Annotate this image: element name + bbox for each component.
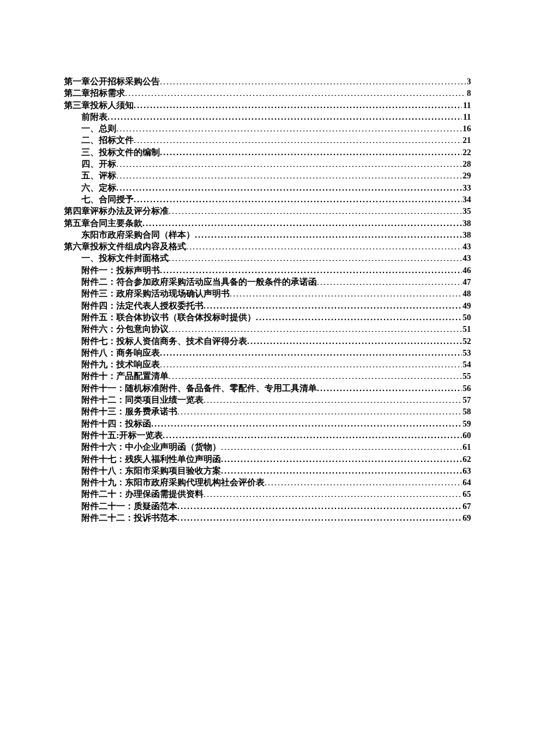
toc-entry: 附件二十二：投诉书范本69 (64, 512, 471, 524)
toc-entry-label: 四、开标 (81, 158, 116, 170)
toc-entry: 第四章评标办法及评分标准35 (64, 205, 471, 217)
toc-entry-label: 附件六：分包意向协议 (81, 323, 169, 335)
toc-entry: 附件六：分包意向协议51 (64, 323, 471, 335)
toc-entry-label: 第三章投标人须知 (64, 99, 134, 111)
toc-entry-label: 东阳市政府采购合同（样本） (81, 229, 195, 241)
toc-leader-dots (125, 88, 466, 96)
toc-entry-label: 三、投标文件的编制 (81, 146, 160, 158)
toc-leader-dots (195, 229, 462, 238)
toc-entry-page: 51 (462, 323, 472, 335)
toc-entry-page: 34 (462, 194, 472, 205)
toc-entry: 附件二：符合参加政府采购活动应当具备的一般条件的承诺函47 (64, 276, 471, 288)
toc-entry: 附件八：商务响应表53 (64, 347, 471, 359)
toc-entry-label: 五、评标 (81, 170, 116, 181)
toc-entry-label: 六、定标 (81, 182, 116, 194)
toc-leader-dots (204, 395, 462, 403)
toc-leader-dots (221, 442, 462, 450)
toc-entry-page: 21 (462, 134, 472, 146)
toc-entry-label: 附件十：产品配置清单 (81, 370, 169, 382)
toc-entry-page: 64 (462, 476, 472, 488)
toc-entry-page: 11 (462, 111, 471, 123)
toc-entry-label: 附件十三：服务费承诺书 (81, 406, 177, 417)
toc-leader-dots (116, 159, 462, 167)
toc-entry: 附件十一：随机标准附件、备品备件、零配件、专用工具清单56 (64, 382, 471, 394)
toc-entry-label: 附件七：投标人资信商务、技术自评得分表 (81, 335, 247, 347)
toc-entry: 三、投标文件的编制22 (64, 146, 471, 158)
toc-leader-dots (160, 264, 462, 273)
toc-entry-page: 48 (462, 288, 472, 299)
toc-leader-dots (134, 135, 462, 144)
toc-entry-page: 67 (462, 500, 472, 512)
table-of-contents: 第一章公开招标采购公告3第二章招标需求8第三章投标人须知11前附表11一、总则1… (64, 76, 471, 524)
toc-entry-page: 53 (462, 347, 472, 359)
toc-entry-page: 63 (462, 465, 472, 476)
toc-entry-page: 3 (466, 76, 471, 87)
toc-leader-dots (160, 359, 462, 368)
toc-leader-dots (204, 489, 462, 497)
toc-entry: 附件十四：投标函59 (64, 418, 471, 429)
toc-leader-dots (169, 253, 462, 261)
toc-leader-dots (317, 277, 462, 285)
toc-entry-label: 附件二十：办理保函需提供资料 (81, 488, 204, 500)
toc-entry-label: 七、合同授予 (81, 194, 134, 205)
toc-leader-dots (221, 453, 462, 462)
toc-entry: 一、投标文件封面格式43 (64, 252, 471, 264)
toc-entry-page: 58 (462, 406, 472, 417)
toc-entry: 前附表11 (64, 111, 471, 123)
toc-leader-dots (177, 406, 462, 415)
toc-entry: 第一章公开招标采购公告3 (64, 76, 471, 87)
toc-entry-label: 附件十一：随机标准附件、备品备件、零配件、专用工具清单 (81, 382, 317, 394)
toc-entry-label: 附件二十二：投诉书范本 (81, 512, 177, 524)
toc-entry-label: 附件三：政府采购活动现场确认声明书 (81, 288, 230, 299)
toc-entry-label: 附件十八：东阳市采购项目验收方案 (81, 465, 221, 476)
toc-leader-dots (256, 311, 462, 320)
toc-entry-page: 16 (462, 123, 472, 134)
toc-entry: 附件五：联合体协议书（联合体投标时提供）50 (64, 311, 471, 323)
toc-entry-page: 60 (462, 429, 472, 441)
toc-entry: 附件一：投标声明书46 (64, 264, 471, 276)
toc-entry-page: 46 (462, 264, 472, 276)
toc-entry: 第二章招标需求8 (64, 87, 471, 99)
toc-entry: 附件二十一：质疑函范本67 (64, 500, 471, 512)
toc-entry-page: 49 (462, 300, 472, 311)
toc-entry: 二、招标文件21 (64, 134, 471, 146)
toc-leader-dots (151, 418, 462, 427)
toc-entry: 附件十八：东阳市采购项目验收方案63 (64, 465, 471, 476)
toc-entry: 一、总则16 (64, 123, 471, 134)
toc-entry-page: 22 (462, 146, 472, 158)
toc-entry-page: 54 (462, 359, 472, 370)
toc-leader-dots (169, 206, 462, 214)
toc-entry-page: 62 (462, 453, 472, 465)
toc-entry-label: 附件九：技术响应表 (81, 359, 160, 370)
toc-entry: 附件十七：残疾人福利性单位声明函62 (64, 453, 471, 465)
toc-entry: 七、合同授予34 (64, 194, 471, 205)
toc-entry-label: 第六章投标文件组成内容及格式 (64, 241, 186, 252)
toc-entry: 四、开标28 (64, 158, 471, 170)
toc-leader-dots (177, 500, 462, 509)
toc-entry-label: 二、招标文件 (81, 134, 134, 146)
toc-entry-label: 第二章招标需求 (64, 87, 125, 99)
toc-leader-dots (160, 347, 462, 356)
toc-entry-page: 11 (462, 99, 471, 111)
toc-entry: 附件四：法定代表人授权委托书49 (64, 300, 471, 311)
toc-entry: 第三章投标人须知11 (64, 99, 471, 111)
toc-entry-label: 附件十九：东阳市政府采购代理机构社会评价表 (81, 476, 265, 488)
toc-entry-page: 38 (462, 229, 472, 241)
toc-leader-dots (116, 182, 462, 191)
toc-entry-label: 附件十五:开标一览表 (81, 429, 163, 441)
toc-entry: 附件十：产品配置清单55 (64, 370, 471, 382)
toc-entry-label: 附件十四：投标函 (81, 418, 151, 429)
toc-leader-dots (169, 324, 462, 332)
toc-entry: 东阳市政府采购合同（样本）38 (64, 229, 471, 241)
toc-entry-label: 附件十二：同类项目业绩一览表 (81, 394, 204, 406)
toc-entry-page: 43 (462, 252, 472, 264)
toc-entry-label: 附件四：法定代表人授权委托书 (81, 300, 204, 311)
toc-entry: 附件十九：东阳市政府采购代理机构社会评价表64 (64, 476, 471, 488)
toc-leader-dots (160, 76, 466, 85)
toc-leader-dots (230, 288, 462, 297)
toc-entry: 第五章合同主要条款38 (64, 217, 471, 229)
toc-entry-label: 附件二十一：质疑函范本 (81, 500, 177, 512)
toc-entry-label: 附件二：符合参加政府采购活动应当具备的一般条件的承诺函 (81, 276, 317, 288)
toc-leader-dots (169, 371, 462, 379)
toc-entry-label: 第五章合同主要条款 (64, 217, 142, 229)
